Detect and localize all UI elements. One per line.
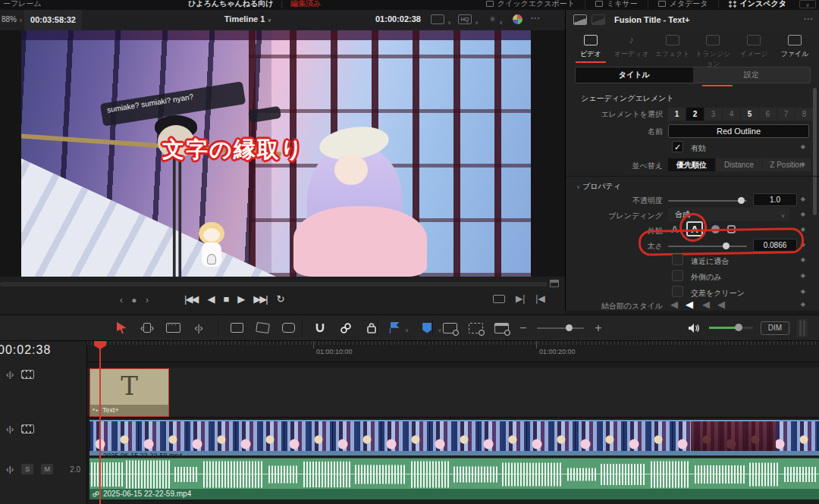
element-button-5[interactable]: 5	[741, 108, 758, 121]
track-enable-icon[interactable]	[21, 370, 34, 379]
tab-transition[interactable]: トランジション	[692, 30, 733, 64]
appearance-ring-button[interactable]	[727, 225, 736, 233]
element-button-7[interactable]: 7	[777, 108, 795, 121]
proxy-dropdown[interactable]	[475, 17, 479, 26]
last-frame-button[interactable]: ▶▶|	[253, 293, 266, 305]
prev-edit-icon[interactable]: |◀	[535, 293, 544, 304]
link-clips-icon[interactable]	[338, 321, 353, 335]
match-frame-icon[interactable]	[493, 295, 505, 303]
enhance-dropdown[interactable]	[499, 17, 503, 26]
appearance-keyframe-icon[interactable]	[801, 226, 805, 233]
subtab-title[interactable]: タイトル	[576, 67, 693, 83]
marker-color-dropdown[interactable]	[438, 321, 441, 335]
timeline-ruler[interactable]: 01:00:10:00 01:00:20:00	[87, 341, 819, 362]
thickness-value[interactable]: 0.0866	[753, 239, 797, 252]
safe-area-icon[interactable]	[431, 14, 444, 24]
sort-distance-button[interactable]: Distance	[716, 158, 762, 171]
element-button-6[interactable]: 6	[759, 108, 777, 121]
auto-select-icon[interactable]: ‹|›	[6, 465, 14, 474]
zoom-out-button[interactable]: −	[519, 321, 526, 335]
sort-priority-button[interactable]: 優先順位	[668, 158, 715, 171]
tab-audio[interactable]: オーディオ	[611, 30, 652, 64]
enabled-keyframe-icon[interactable]	[801, 143, 805, 150]
timeline-select[interactable]: Timeline 1	[199, 14, 297, 23]
volume-slider[interactable]	[709, 327, 753, 329]
join-style-bevel-button[interactable]	[702, 299, 710, 310]
opacity-value[interactable]: 1.0	[753, 193, 797, 206]
audio-clip[interactable]: 2025-06-15 22-22-59.mp4	[89, 458, 819, 499]
auto-select-icon[interactable]: ‹|›	[6, 424, 14, 434]
enabled-checkbox[interactable]	[672, 141, 683, 152]
trim-edit-mode-button[interactable]: ‹›	[140, 321, 155, 335]
join-style-round-button[interactable]	[686, 299, 693, 310]
blending-keyframe-icon[interactable]	[801, 211, 805, 218]
clean-intersections-keyframe-icon[interactable]	[801, 288, 805, 295]
dim-button[interactable]: DIM	[761, 321, 789, 335]
zoom-in-button[interactable]: +	[595, 321, 601, 335]
first-frame-button[interactable]: |◀◀	[184, 293, 197, 305]
video-track1-header[interactable]: ‹|›	[6, 424, 34, 434]
thickness-keyframe-icon[interactable]	[801, 241, 805, 248]
inspector-button[interactable]: インスペクタ	[718, 0, 796, 9]
audio-track-header[interactable]: ‹|› S M 2.0	[6, 464, 80, 474]
subtab-settings[interactable]: 設定	[693, 67, 811, 83]
element-button-4[interactable]: 4	[723, 108, 740, 121]
outside-only-checkbox[interactable]	[672, 270, 683, 281]
enhance-icon[interactable]: ✳	[485, 14, 499, 24]
blade-tool-button[interactable]: ‹|›	[191, 321, 206, 335]
inspector-options-menu[interactable]: ···	[804, 15, 814, 23]
tab-file[interactable]: ファイル	[774, 30, 815, 64]
custom-zoom-icon[interactable]	[494, 321, 509, 335]
playhead[interactable]	[99, 341, 101, 504]
thickness-slider[interactable]	[668, 246, 747, 247]
expand-viewer-button[interactable]	[550, 280, 559, 287]
insert-clip-button[interactable]	[229, 321, 244, 335]
quick-export-button[interactable]: クイックエクスポート	[476, 0, 585, 9]
replace-clip-button[interactable]	[281, 321, 296, 335]
speaker-icon[interactable]	[686, 321, 701, 335]
viewer-options-menu[interactable]: ···	[531, 14, 541, 23]
track-enable-icon[interactable]	[21, 424, 34, 434]
razor-edit-button[interactable]	[165, 321, 180, 335]
overwrite-clip-button[interactable]	[255, 321, 270, 335]
element-button-1[interactable]: 1	[668, 108, 686, 121]
video-clip[interactable]: 2025-06-15 22-22-59.mp4	[89, 420, 819, 455]
appearance-fill-circle-button[interactable]	[711, 225, 720, 233]
join-style-arrow-button[interactable]	[717, 299, 725, 310]
tab-effects[interactable]: エフェクト	[652, 30, 693, 64]
join-style-keyframe-icon[interactable]	[801, 301, 805, 308]
blending-dropdown[interactable]: 合成	[668, 208, 789, 221]
element-button-3[interactable]: 3	[704, 108, 722, 121]
sort-keyframe-icon[interactable]	[801, 161, 805, 167]
play-reverse-button[interactable]: ◀	[207, 293, 213, 305]
safe-area-dropdown[interactable]	[447, 17, 451, 26]
snapping-magnet-icon[interactable]	[312, 321, 328, 335]
opacity-slider[interactable]	[668, 200, 747, 202]
timeline-zoom-slider[interactable]	[537, 327, 584, 329]
selection-tool-button[interactable]	[114, 321, 129, 335]
clip-thumbnail-icon[interactable]	[573, 14, 587, 25]
flag-color-dropdown[interactable]	[405, 321, 409, 335]
full-extent-zoom-icon[interactable]	[442, 321, 457, 335]
appearance-outline-button[interactable]: A	[686, 221, 703, 236]
text-plus-clip[interactable]: T Text+ *﹡	[89, 368, 169, 417]
element-button-2[interactable]: 2	[686, 108, 704, 121]
perspective-keyframe-icon[interactable]	[801, 256, 805, 263]
next-edit-icon[interactable]: ▶|	[516, 293, 525, 304]
clean-intersections-checkbox[interactable]	[672, 286, 683, 297]
collapse-ui-button[interactable]	[799, 0, 816, 8]
viewer-horizontal-scrollbar[interactable]	[0, 282, 548, 286]
element-button-8[interactable]: 8	[795, 108, 813, 121]
tab-image[interactable]: イメージ	[733, 30, 774, 64]
outside-only-keyframe-icon[interactable]	[801, 272, 805, 279]
flag-button[interactable]	[387, 321, 402, 335]
join-style-miter-button[interactable]	[670, 299, 678, 310]
detail-zoom-icon[interactable]	[468, 321, 483, 335]
perspective-checkbox[interactable]	[672, 254, 683, 265]
secondary-clip-icon[interactable]	[592, 14, 605, 25]
element-name-field[interactable]: Red Outline	[668, 124, 809, 138]
play-button[interactable]: ▶	[237, 293, 243, 305]
tab-video[interactable]: ビデオ	[570, 30, 611, 64]
color-wheel-icon[interactable]	[513, 14, 522, 24]
opacity-keyframe-icon[interactable]	[801, 196, 805, 202]
